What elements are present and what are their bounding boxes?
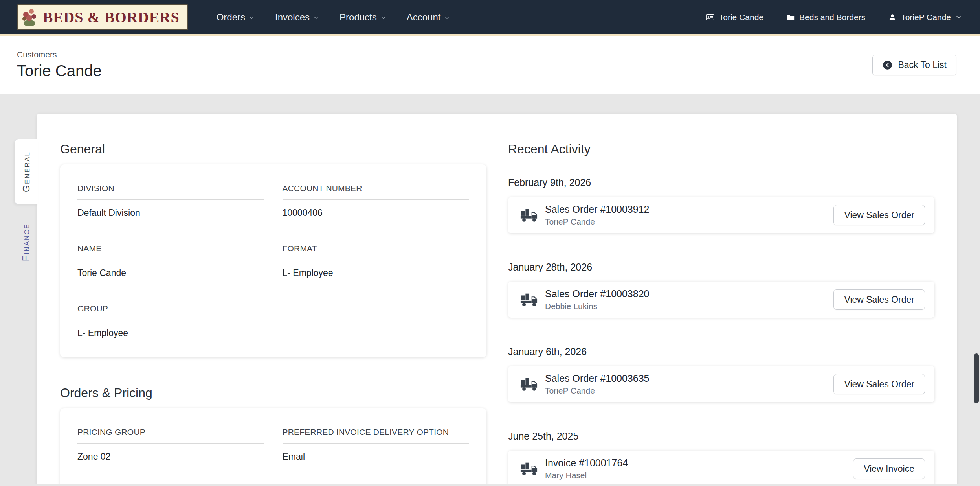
field-value: L- Employee: [77, 328, 264, 339]
truck-icon: [520, 291, 538, 309]
field-value: Zone 02: [77, 451, 264, 462]
activity-card: Invoice #10001764 Mary Hasel View Invoic…: [508, 451, 934, 484]
nav-item-label: Invoices: [275, 12, 310, 23]
tab-general[interactable]: General: [15, 139, 38, 204]
scrollbar-thumb[interactable]: [974, 353, 979, 403]
arrow-left-circle-icon: [882, 60, 893, 70]
chevron-down-icon: [955, 14, 962, 20]
truck-icon: [520, 375, 538, 393]
activity-title: Sales Order #10003820: [545, 288, 649, 300]
tab-general-label: General: [21, 151, 32, 192]
activity-title: Invoice #10001764: [545, 457, 628, 469]
activity-subtitle: Mary Hasel: [545, 471, 628, 480]
field-label: PREFERRED INVOICE DELIVERY OPTION: [283, 427, 470, 444]
customer-context-item[interactable]: Torie Cande: [705, 13, 763, 22]
activity-date: June 25th, 2025: [508, 431, 934, 442]
chevron-down-icon: [380, 15, 386, 21]
id-card-icon: [705, 13, 715, 22]
main-content: General Finance General DIVISION Default…: [0, 94, 980, 484]
brand-logo-text: BEDS & BORDERS: [43, 9, 180, 26]
title-block: Customers Torie Cande: [17, 50, 102, 80]
chevron-down-icon: [313, 15, 319, 21]
primary-nav: Orders Invoices Products Account: [217, 12, 450, 23]
view-sales-order-button[interactable]: View Sales Order: [833, 205, 925, 225]
section-title-orders-pricing: Orders & Pricing: [60, 386, 486, 400]
brand-logo[interactable]: BEDS & BORDERS: [17, 4, 188, 30]
field-name: NAME Torie Cande: [77, 243, 264, 278]
page-header: Customers Torie Cande Back To List: [0, 36, 980, 94]
tab-finance-label: Finance: [21, 223, 32, 261]
folder-icon: [786, 13, 795, 22]
activity-title: Sales Order #10003635: [545, 373, 649, 384]
nav-item-orders[interactable]: Orders: [217, 12, 255, 23]
field-label: GROUP: [77, 304, 264, 320]
activity-subtitle: Debbie Lukins: [545, 302, 649, 311]
field-account-number: ACCOUNT NUMBER 10000406: [283, 183, 470, 218]
activity-date: January 6th, 2026: [508, 346, 934, 357]
activity-text: Invoice #10001764 Mary Hasel: [545, 457, 628, 480]
field-label: ACCOUNT NUMBER: [283, 183, 470, 200]
field-label: NAME: [77, 243, 264, 260]
navbar-right-cluster: Torie Cande Beds and Borders TorieP Cand…: [705, 13, 962, 22]
field-value: Torie Cande: [77, 267, 264, 278]
activity-card: Sales Order #10003912 TorieP Cande View …: [508, 197, 934, 233]
field-value: Default Division: [77, 207, 264, 218]
nav-item-label: Account: [407, 12, 441, 23]
activity-title: Sales Order #10003912: [545, 204, 649, 215]
chevron-down-icon: [444, 15, 450, 21]
activity-text: Sales Order #10003912 TorieP Cande: [545, 204, 649, 226]
activity-subtitle: TorieP Cande: [545, 217, 649, 226]
field-value: L- Employee: [283, 267, 470, 278]
top-navbar: BEDS & BORDERS Orders Invoices Products …: [0, 0, 980, 36]
user-menu-label: TorieP Cande: [901, 13, 951, 22]
customer-detail-panel: General DIVISION Default Division ACCOUN…: [37, 114, 957, 484]
back-to-list-button[interactable]: Back To List: [872, 55, 956, 75]
nav-item-label: Orders: [217, 12, 245, 23]
tab-finance[interactable]: Finance: [15, 220, 38, 264]
section-title-recent-activity: Recent Activity: [508, 142, 934, 156]
activity-text: Sales Order #10003635 TorieP Cande: [545, 373, 649, 396]
field-pricing-group: PRICING GROUP Zone 02: [77, 427, 264, 462]
company-context-label: Beds and Borders: [799, 13, 865, 22]
field-format: FORMAT L- Employee: [283, 243, 470, 278]
field-label: PRICING GROUP: [77, 427, 264, 444]
general-info-card: DIVISION Default Division ACCOUNT NUMBER…: [60, 164, 486, 357]
field-value: Email: [283, 451, 470, 462]
activity-date: February 9th, 2026: [508, 177, 934, 188]
customer-context-label: Torie Cande: [719, 13, 763, 22]
nav-item-products[interactable]: Products: [340, 12, 386, 23]
user-icon: [888, 13, 897, 22]
flower-logo-icon: [21, 7, 38, 28]
activity-text: Sales Order #10003820 Debbie Lukins: [545, 288, 649, 311]
activity-subtitle: TorieP Cande: [545, 386, 649, 396]
truck-icon: [520, 206, 538, 224]
left-column: General DIVISION Default Division ACCOUN…: [60, 142, 486, 484]
field-group: GROUP L- Employee: [77, 304, 264, 339]
chevron-down-icon: [249, 15, 255, 21]
activity-card: Sales Order #10003820 Debbie Lukins View…: [508, 282, 934, 318]
view-sales-order-button[interactable]: View Sales Order: [833, 289, 925, 310]
view-sales-order-button[interactable]: View Sales Order: [833, 374, 925, 394]
recent-activity-column: Recent Activity February 9th, 2026 Sales…: [508, 142, 934, 484]
company-context-item[interactable]: Beds and Borders: [786, 13, 865, 22]
activity-card: Sales Order #10003635 TorieP Cande View …: [508, 366, 934, 402]
section-title-general: General: [60, 142, 486, 156]
nav-item-account[interactable]: Account: [407, 12, 450, 23]
page-title: Torie Cande: [17, 62, 102, 80]
truck-icon: [520, 460, 538, 478]
nav-item-label: Products: [340, 12, 377, 23]
activity-date: January 28th, 2026: [508, 261, 934, 273]
breadcrumb[interactable]: Customers: [17, 50, 102, 59]
orders-pricing-card: PRICING GROUP Zone 02 PREFERRED INVOICE …: [60, 408, 486, 484]
back-to-list-label: Back To List: [898, 60, 947, 70]
user-menu[interactable]: TorieP Cande: [888, 13, 962, 22]
field-label: DIVISION: [77, 183, 264, 200]
field-value: 10000406: [283, 207, 470, 218]
field-division: DIVISION Default Division: [77, 183, 264, 218]
nav-item-invoices[interactable]: Invoices: [275, 12, 319, 23]
field-label: FORMAT: [283, 243, 470, 260]
view-invoice-button[interactable]: View Invoice: [853, 458, 925, 479]
field-invoice-delivery-option: PREFERRED INVOICE DELIVERY OPTION Email: [283, 427, 470, 484]
